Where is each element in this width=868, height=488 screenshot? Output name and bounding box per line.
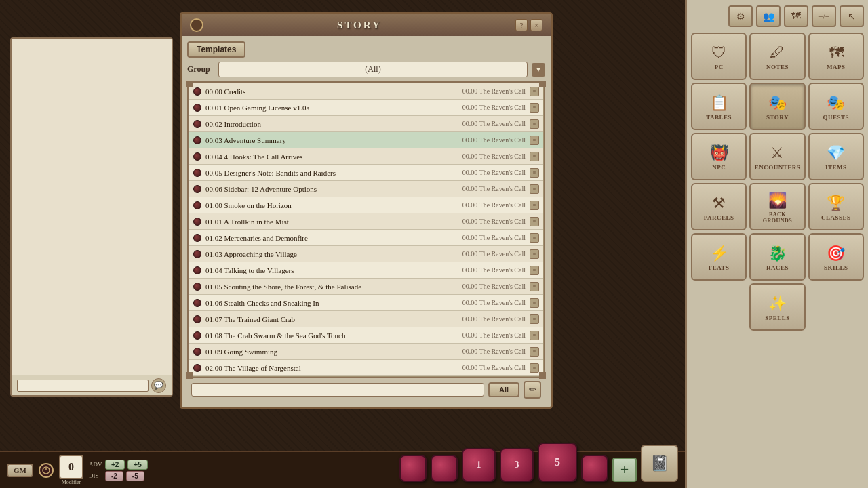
- sidebar-btn-skills[interactable]: 🎯 SKILLS: [808, 233, 864, 281]
- npc-icon: 👹: [710, 144, 728, 162]
- add-die-button[interactable]: +: [612, 458, 637, 482]
- item-status-dot: [193, 364, 201, 372]
- corner-br: [539, 372, 546, 379]
- item-link-icon[interactable]: ≡: [530, 298, 539, 308]
- gm-circle[interactable]: [39, 463, 54, 478]
- sidebar-btn-quests[interactable]: 🎭 QUESTS: [808, 83, 864, 130]
- map-icon-top[interactable]: 🗺: [784, 5, 808, 27]
- die-3[interactable]: 1: [462, 448, 496, 482]
- story-list-item[interactable]: 01.07 The Trained Giant Crab00.00 The Ra…: [189, 311, 543, 327]
- parcels-icon: ⚒: [712, 195, 726, 212]
- story-list-item[interactable]: 01.08 The Crab Swarm & the Sea God's Tou…: [189, 327, 543, 344]
- dis-minus2-button[interactable]: -2: [105, 471, 123, 481]
- dis-minus5-button[interactable]: -5: [126, 471, 144, 481]
- story-list-item[interactable]: 01.04 Talking to the Villagers00.00 The …: [189, 262, 543, 279]
- left-panel-bottom: 💬: [12, 375, 172, 395]
- story-list-item[interactable]: 01.03 Approaching the Village00.00 The R…: [189, 246, 543, 262]
- story-list-item[interactable]: 00.00 Credits00.00 The Raven's Call≡: [189, 83, 543, 100]
- adv-plus5-button[interactable]: +5: [127, 460, 147, 470]
- item-link-icon[interactable]: ≡: [530, 266, 539, 275]
- modifier-value[interactable]: 0: [59, 455, 83, 479]
- adv-plus2-button[interactable]: +2: [105, 460, 125, 470]
- item-link-icon[interactable]: ≡: [530, 331, 539, 340]
- sidebar-btn-items[interactable]: 💎 ITEMS: [808, 133, 864, 180]
- left-panel-search-input[interactable]: [17, 380, 149, 392]
- story-list-item[interactable]: 00.01 Open Gaming License v1.0a00.00 The…: [189, 100, 543, 116]
- help-button[interactable]: ?: [515, 19, 528, 31]
- right-sidebar: ⚙ 👥 🗺 +/− ↖ 🛡 PC 🖊 NOTES 🗺 MAPS 📋 TABLES…: [685, 0, 868, 488]
- story-search-input[interactable]: [191, 383, 484, 396]
- item-link-icon[interactable]: ≡: [530, 152, 539, 161]
- story-list-item[interactable]: 00.06 Sidebar: 12 Adventure Options00.00…: [189, 181, 543, 197]
- journal-button[interactable]: 📓: [641, 445, 678, 482]
- sidebar-btn-parcels[interactable]: ⚒ PARCELS: [691, 183, 747, 230]
- sidebar-btn-tables[interactable]: 📋 TABLES: [691, 83, 747, 130]
- group-dropdown-arrow[interactable]: ▼: [532, 63, 545, 77]
- group-select[interactable]: (All): [218, 62, 528, 77]
- tables-label: TABLES: [706, 114, 732, 121]
- die-6[interactable]: [581, 455, 608, 482]
- plus-minus-btn[interactable]: +/−: [812, 5, 836, 27]
- item-title: 01.05 Scouting the Shore, the Forest, & …: [205, 283, 462, 291]
- story-list-item[interactable]: 00.02 Introduction00.00 The Raven's Call…: [189, 116, 543, 132]
- story-list-item[interactable]: 01.02 Mercenaries and Demonfire00.00 The…: [189, 230, 543, 246]
- item-link-icon[interactable]: ≡: [530, 347, 539, 357]
- story-list-item[interactable]: 00.05 Designer's Note: Bandits and Raide…: [189, 165, 543, 181]
- modifier-block: 0 Modifier: [59, 455, 83, 485]
- item-link-icon[interactable]: ≡: [530, 136, 539, 145]
- item-link-icon[interactable]: ≡: [530, 119, 539, 129]
- feats-label: FEATS: [709, 264, 730, 271]
- item-link-icon[interactable]: ≡: [530, 87, 539, 96]
- cursor-btn[interactable]: ↖: [840, 5, 864, 27]
- close-button[interactable]: ×: [530, 19, 542, 31]
- sidebar-btn-notes[interactable]: 🖊 NOTES: [749, 33, 805, 80]
- die-4[interactable]: 3: [500, 448, 534, 482]
- item-link-icon[interactable]: ≡: [530, 184, 539, 194]
- story-window-title: STORY: [203, 20, 515, 31]
- item-title: 00.02 Introduction: [205, 120, 462, 128]
- sidebar-btn-pc[interactable]: 🛡 PC: [691, 33, 747, 80]
- story-list-item[interactable]: 01.01 A Trollkin in the Mist00.00 The Ra…: [189, 214, 543, 230]
- item-link-icon[interactable]: ≡: [530, 314, 539, 324]
- sidebar-btn-maps[interactable]: 🗺 MAPS: [808, 33, 864, 80]
- all-button[interactable]: All: [488, 382, 519, 397]
- story-list-item[interactable]: 01.05 Scouting the Shore, the Forest, & …: [189, 279, 543, 295]
- item-link-icon[interactable]: ≡: [530, 168, 539, 178]
- pc-icon: 🛡: [711, 44, 726, 62]
- item-title: 00.00 Credits: [205, 87, 462, 96]
- story-list-item[interactable]: 01.09 Going Swimming00.00 The Raven's Ca…: [189, 344, 543, 360]
- item-link-icon[interactable]: ≡: [530, 217, 539, 226]
- item-link-icon[interactable]: ≡: [530, 249, 539, 259]
- item-link-icon[interactable]: ≡: [530, 282, 539, 291]
- item-source: 00.00 The Raven's Call: [462, 136, 526, 144]
- sidebar-btn-backgrounds[interactable]: 🌄 BACKGROUNDS: [749, 183, 805, 230]
- sidebar-btn-story[interactable]: 🎭 STORY: [749, 83, 805, 130]
- die-2[interactable]: [431, 455, 458, 482]
- die-5[interactable]: 5: [538, 443, 577, 482]
- sidebar-btn-feats[interactable]: ⚡ FEATS: [691, 233, 747, 281]
- pencil-button[interactable]: ✏: [524, 381, 541, 399]
- story-list-item[interactable]: 01.00 Smoke on the Horizon00.00 The Rave…: [189, 197, 543, 214]
- story-list-item[interactable]: 01.06 Stealth Checks and Sneaking In00.0…: [189, 295, 543, 311]
- item-link-icon[interactable]: ≡: [530, 103, 539, 113]
- classes-label: CLASSES: [821, 214, 851, 221]
- sidebar-btn-npc[interactable]: 👹 NPC: [691, 133, 747, 180]
- sidebar-btn-classes[interactable]: 🏆 CLASSES: [808, 183, 864, 230]
- story-list-item[interactable]: 02.00 The Village of Nargenstal00.00 The…: [189, 360, 543, 376]
- speech-bubble-btn[interactable]: 💬: [151, 378, 166, 393]
- item-status-dot: [193, 283, 201, 291]
- die-1[interactable]: [399, 455, 427, 482]
- sidebar-btn-encounters[interactable]: ⚔ ENCOUNTERS: [749, 133, 805, 180]
- story-list[interactable]: 00.00 Credits00.00 The Raven's Call≡00.0…: [189, 83, 544, 377]
- item-link-icon[interactable]: ≡: [530, 201, 539, 210]
- item-link-icon[interactable]: ≡: [530, 363, 539, 373]
- tools-icon[interactable]: ⚙: [728, 5, 753, 27]
- templates-button[interactable]: Templates: [187, 41, 245, 58]
- story-list-item[interactable]: 00.03 Adventure Summary00.00 The Raven's…: [189, 132, 543, 148]
- backgrounds-icon: 🌄: [768, 192, 787, 209]
- story-list-item[interactable]: 00.04 4 Hooks: The Call Arrives00.00 The…: [189, 148, 543, 165]
- item-link-icon[interactable]: ≡: [530, 233, 539, 243]
- sidebar-btn-races[interactable]: 🐉 RACES: [749, 233, 805, 281]
- sidebar-btn-spells[interactable]: ✨ SPELLS: [749, 283, 805, 331]
- people-icon[interactable]: 👥: [756, 5, 781, 27]
